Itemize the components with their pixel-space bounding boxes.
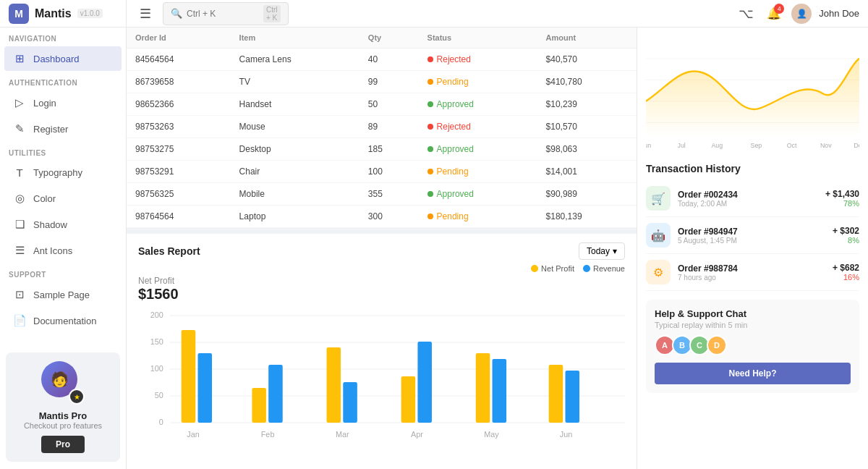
svg-rect-13 (268, 365, 283, 423)
transaction-time: 7 hours ago (678, 274, 825, 282)
svg-text:150: 150 (150, 338, 163, 346)
register-icon: ✎ (13, 122, 26, 135)
github-button[interactable]: ⌥ (736, 3, 757, 25)
svg-rect-19 (493, 359, 507, 423)
orders-table-body: 84564564 Camera Lens 40 Rejected $40,570… (127, 48, 637, 228)
typography-icon: T (13, 166, 26, 179)
transaction-list: 🛒 Order #002434 Today, 2:00 AM + $1,430 … (646, 180, 859, 291)
transaction-icon: 🛒 (646, 186, 671, 211)
dashboard-icon: ⊞ (13, 52, 26, 65)
shadow-icon: ❑ (13, 218, 26, 231)
menu-toggle-button[interactable]: ☰ (135, 4, 156, 23)
sales-report-header: Sales Report Today ▾ (138, 242, 625, 260)
sidebar-item-sample-page[interactable]: ⊡ Sample Page (4, 282, 122, 307)
transaction-order: Order #988784 (678, 263, 825, 274)
pro-button[interactable]: Pro (41, 436, 85, 453)
sidebar-item-label: Dashboard (33, 54, 80, 64)
cell-item: Mobile (231, 183, 359, 206)
svg-rect-14 (327, 347, 341, 423)
help-avatar-4: D (707, 335, 727, 355)
col-order-id: Order Id (127, 28, 231, 48)
svg-text:Aug: Aug (711, 142, 723, 149)
svg-rect-12 (252, 388, 266, 423)
cell-qty: 300 (359, 206, 419, 228)
table-header-row: Order Id Item Qty Status Amount (127, 28, 637, 48)
search-shortcut: Ctrl + K (263, 5, 281, 22)
user-avatar[interactable]: 👤 (791, 4, 812, 24)
table-row: 98756325 Mobile 355 Approved $90,989 (127, 183, 637, 206)
transaction-value: + $302 (833, 226, 859, 236)
cell-status: Approved (419, 138, 537, 161)
brand-icon: M (9, 4, 29, 24)
notification-button[interactable]: 🔔 4 (764, 4, 784, 23)
cell-order-id: 84564564 (127, 48, 231, 71)
sidebar-item-register[interactable]: ✎ Register (4, 117, 122, 141)
color-icon: ◎ (13, 192, 26, 205)
sidebar-item-dashboard[interactable]: ⊞ Dashboard (4, 46, 122, 71)
brand-header: M Mantis v1.0.0 (0, 0, 126, 28)
sidebar-item-color[interactable]: ◎ Color (4, 186, 122, 211)
table-row: 98764564 Laptop 300 Pending $180,139 (127, 206, 637, 228)
color-label: Color (33, 193, 56, 204)
dropdown-chevron-icon: ▾ (613, 246, 617, 256)
svg-rect-10 (182, 330, 196, 423)
svg-text:Mar: Mar (336, 431, 349, 439)
help-support-section: Help & Support Chat Typical replay withi… (646, 300, 859, 393)
table-row: 86739658 TV 99 Pending $410,780 (127, 71, 637, 93)
username[interactable]: John Doe (819, 8, 859, 19)
right-panel: Jun Jul Aug Sep Oct Nov Dec Transaction … (637, 28, 868, 469)
cell-qty: 100 (359, 161, 419, 183)
sample-page-icon: ⊡ (13, 288, 26, 301)
content-area: Order Id Item Qty Status Amount 84564564… (127, 28, 868, 469)
help-subtitle: Typical replay within 5 min (655, 321, 851, 329)
svg-text:Jun: Jun (646, 142, 651, 149)
cell-amount: $98,063 (537, 138, 637, 161)
notification-badge: 4 (774, 4, 784, 14)
transaction-order: Order #984947 (678, 227, 825, 237)
search-input[interactable] (187, 9, 259, 19)
svg-text:Dec: Dec (854, 142, 859, 149)
documentation-icon: 📄 (13, 314, 26, 327)
topbar: ☰ 🔍 Ctrl + K ⌥ 🔔 4 👤 John Doe (127, 0, 868, 28)
search-wrap[interactable]: 🔍 Ctrl + K (163, 2, 289, 25)
cell-order-id: 98652366 (127, 93, 231, 116)
need-help-button[interactable]: Need Help? (655, 363, 851, 384)
sample-page-label: Sample Page (33, 290, 90, 300)
cell-amount: $410,780 (537, 71, 637, 93)
login-label: Login (33, 98, 56, 109)
transaction-value: + $1,430 (825, 189, 859, 199)
bar-chart-svg: 200 150 100 50 0 (138, 308, 625, 446)
cell-order-id: 86739658 (127, 71, 231, 93)
transaction-history-section: Transaction History 🛒 Order #002434 Toda… (646, 163, 859, 291)
sidebar-item-ant-icons[interactable]: ☰ Ant Icons (4, 238, 122, 263)
net-profit-value: $1560 (138, 286, 625, 303)
sidebar: M Mantis v1.0.0 Navigation ⊞ Dashboard A… (0, 0, 127, 469)
today-filter-button[interactable]: Today ▾ (579, 242, 625, 260)
chart-legend: Net Profit Revenue (138, 264, 625, 273)
cell-status: Pending (419, 161, 537, 183)
register-label: Register (33, 124, 68, 135)
sidebar-item-typography[interactable]: T Typography (4, 161, 122, 185)
cell-status: Approved (419, 93, 537, 116)
brand-version: v1.0.0 (77, 9, 103, 18)
transaction-value: + $682 (833, 263, 859, 273)
sidebar-item-documentation[interactable]: 📄 Documentation (4, 308, 122, 333)
transaction-item: ⚙ Order #988784 7 hours ago + $682 16% (646, 254, 859, 291)
transaction-amount: + $682 16% (833, 263, 859, 282)
center-panel: Order Id Item Qty Status Amount 84564564… (127, 28, 637, 469)
documentation-label: Documentation (33, 316, 96, 326)
line-chart-section: Jun Jul Aug Sep Oct Nov Dec (646, 36, 859, 154)
sidebar-item-login[interactable]: ▷ Login (4, 90, 122, 115)
sales-bar-chart: 200 150 100 50 0 (138, 308, 625, 448)
login-icon: ▷ (13, 96, 26, 109)
transaction-order: Order #002434 (678, 190, 818, 200)
orders-table: Order Id Item Qty Status Amount 84564564… (127, 28, 637, 228)
svg-rect-18 (476, 353, 490, 423)
svg-rect-15 (343, 382, 357, 423)
help-title: Help & Support Chat (655, 308, 851, 319)
cell-item: Handset (231, 93, 359, 116)
sidebar-item-shadow[interactable]: ❑ Shadow (4, 212, 122, 237)
transaction-details: Order #984947 5 August, 1:45 PM (678, 227, 825, 245)
transaction-item: 🛒 Order #002434 Today, 2:00 AM + $1,430 … (646, 180, 859, 217)
pro-card: 🧑 ★ Mantis Pro Checkout pro features Pro (6, 352, 120, 462)
